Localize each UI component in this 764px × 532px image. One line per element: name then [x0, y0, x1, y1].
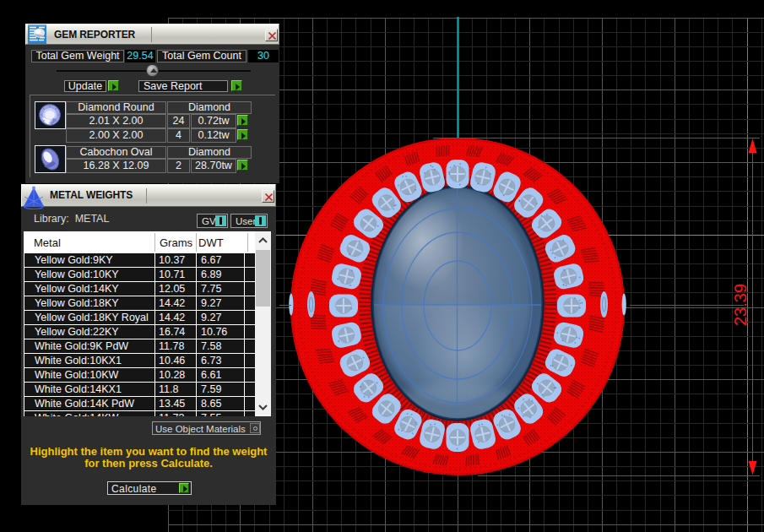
svg-text:23.39: 23.39 — [731, 284, 750, 326]
